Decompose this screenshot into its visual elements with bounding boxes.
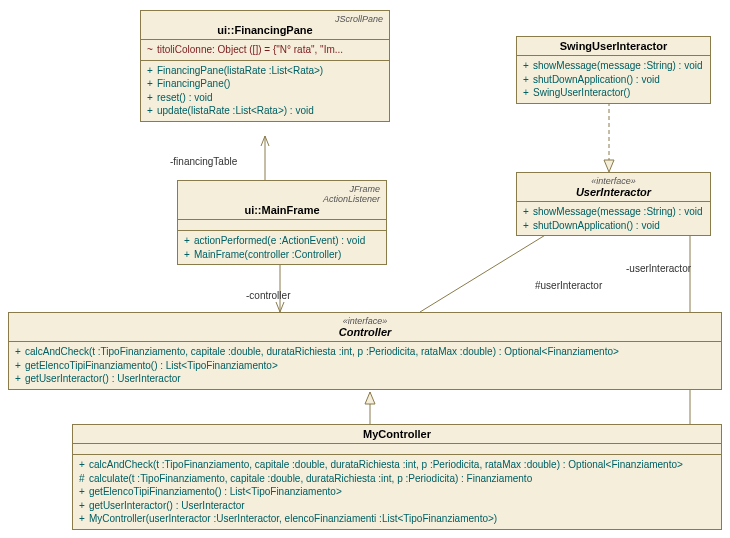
operation: +calcAndCheck(t :TipoFinanziamento, capi… [79, 458, 715, 472]
operation: +SwingUserInteractor() [523, 86, 704, 100]
class-name: ui::FinancingPane [217, 24, 312, 36]
stereotype-label: JFrame [184, 184, 380, 194]
operations-section: +FinancingPane(listaRate :List<Rata>)+Fi… [141, 61, 389, 121]
class-mycontroller[interactable]: MyController +calcAndCheck(t :TipoFinanz… [72, 424, 722, 530]
attributes-section [73, 444, 721, 455]
class-name: ui::MainFrame [244, 204, 319, 216]
attributes-section: ~titoliColonne: Object ([]) = {"N° rata"… [141, 40, 389, 61]
class-name: UserInteractor [576, 186, 651, 198]
attribute: ~titoliColonne: Object ([]) = {"N° rata"… [147, 43, 383, 57]
operation: +shutDownApplication() : void [523, 73, 704, 87]
class-name: SwingUserInteractor [560, 40, 668, 52]
assoc-label-controller: -controller [246, 290, 290, 301]
operations-section: +showMessage(message :String) : void+shu… [517, 202, 710, 235]
operation: +MyController(userInteractor :UserIntera… [79, 512, 715, 526]
operation: +actionPerformed(e :ActionEvent) : void [184, 234, 380, 248]
operations-section: +calcAndCheck(t :TipoFinanziamento, capi… [73, 455, 721, 529]
operation: #calculate(t :TipoFinanziamento, capital… [79, 472, 715, 486]
operation: +getUserInteractor() : UserInteractor [15, 372, 715, 386]
class-userinteractor[interactable]: «interface» UserInteractor +showMessage(… [516, 172, 711, 236]
class-swinguserinteractor[interactable]: SwingUserInteractor +showMessage(message… [516, 36, 711, 104]
assoc-label-userinteractor-dash: -userInteractor [626, 263, 691, 274]
operation: +MainFrame(controller :Controller) [184, 248, 380, 262]
operation: +getElencoTipiFinanziamento() : List<Tip… [15, 359, 715, 373]
stereotype-label: ActionListener [184, 194, 380, 204]
class-mainframe[interactable]: JFrame ActionListener ui::MainFrame +act… [177, 180, 387, 265]
operations-section: +showMessage(message :String) : void+shu… [517, 56, 710, 103]
class-name: MyController [363, 428, 431, 440]
class-name: Controller [339, 326, 392, 338]
attributes-section [178, 220, 386, 231]
stereotype-label: «interface» [15, 316, 715, 326]
operation: +FinancingPane(listaRate :List<Rata>) [147, 64, 383, 78]
stereotype-label: JScrollPane [147, 14, 383, 24]
operations-section: +calcAndCheck(t :TipoFinanziamento, capi… [9, 342, 721, 389]
operation: +update(listaRate :List<Rata>) : void [147, 104, 383, 118]
operations-section: +actionPerformed(e :ActionEvent) : void+… [178, 231, 386, 264]
assoc-label-userinteractor-hash: #userInteractor [535, 280, 602, 291]
class-controller[interactable]: «interface» Controller +calcAndCheck(t :… [8, 312, 722, 390]
class-financingpane[interactable]: JScrollPane ui::FinancingPane ~titoliCol… [140, 10, 390, 122]
operation: +calcAndCheck(t :TipoFinanziamento, capi… [15, 345, 715, 359]
operation: +shutDownApplication() : void [523, 219, 704, 233]
operation: +getUserInteractor() : UserInteractor [79, 499, 715, 513]
operation: +getElencoTipiFinanziamento() : List<Tip… [79, 485, 715, 499]
stereotype-label: «interface» [523, 176, 704, 186]
operation: +FinancingPane() [147, 77, 383, 91]
assoc-label-financingtable: -financingTable [170, 156, 237, 167]
operation: +showMessage(message :String) : void [523, 59, 704, 73]
operation: +reset() : void [147, 91, 383, 105]
operation: +showMessage(message :String) : void [523, 205, 704, 219]
